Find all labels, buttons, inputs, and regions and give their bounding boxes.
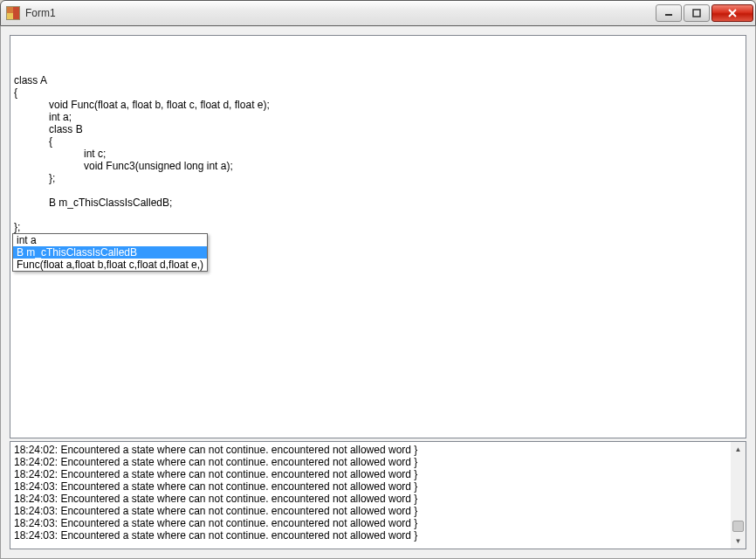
code-line: B m_cThisClassIsCalledB;: [14, 197, 742, 209]
code-line: class B: [14, 123, 742, 135]
code-line: class A: [14, 74, 742, 86]
maximize-button[interactable]: [684, 4, 710, 22]
autocomplete-item[interactable]: Func(float a,float b,float c,float d,flo…: [13, 259, 207, 271]
code-line: [14, 209, 742, 221]
scroll-down-arrow-icon[interactable]: ▼: [731, 534, 746, 549]
autocomplete-popup[interactable]: int aB m_cThisClassIsCalledBFunc(float a…: [12, 233, 208, 272]
log-line: 18:24:03: Encountered a state where can …: [14, 493, 742, 505]
log-panel[interactable]: 18:24:02: Encountered a state where can …: [10, 441, 746, 549]
window-button-group: [656, 4, 753, 22]
log-line: 18:24:03: Encountered a state where can …: [14, 505, 742, 517]
code-line: {: [14, 135, 742, 148]
window-title: Form1: [25, 7, 656, 19]
svg-rect-1: [693, 10, 700, 17]
code-line: };: [14, 221, 742, 233]
log-line: 18:24:03: Encountered a state where can …: [14, 480, 742, 493]
close-button[interactable]: [711, 4, 753, 22]
log-line: 18:24:02: Encountered a state where can …: [14, 468, 742, 480]
code-line: void Func3(unsigned long int a);: [14, 160, 742, 172]
client-area: class A{ void Func(float a, float b, flo…: [0, 26, 756, 559]
code-editor[interactable]: class A{ void Func(float a, float b, flo…: [10, 35, 746, 438]
code-line: int a;: [14, 111, 742, 123]
log-vertical-scrollbar[interactable]: ▲ ▼: [731, 442, 746, 549]
code-line: {: [14, 86, 742, 99]
scroll-up-arrow-icon[interactable]: ▲: [731, 442, 746, 457]
log-line: 18:24:02: Encountered a state where can …: [14, 444, 742, 456]
title-bar: Form1: [0, 0, 756, 26]
log-line: 18:24:03: Encountered a state where can …: [14, 529, 742, 542]
app-icon: [6, 6, 20, 20]
minimize-button[interactable]: [656, 4, 682, 22]
code-line: void Func(float a, float b, float c, flo…: [14, 99, 742, 111]
scroll-thumb[interactable]: [732, 521, 744, 532]
code-line: int c;: [14, 148, 742, 160]
log-line: 18:24:02: Encountered a state where can …: [14, 456, 742, 468]
log-line: 18:24:03: Encountered a state where can …: [14, 517, 742, 529]
autocomplete-item[interactable]: B m_cThisClassIsCalledB: [13, 246, 207, 259]
code-line: [14, 184, 742, 197]
code-line: };: [14, 172, 742, 184]
autocomplete-item[interactable]: int a: [13, 234, 207, 246]
